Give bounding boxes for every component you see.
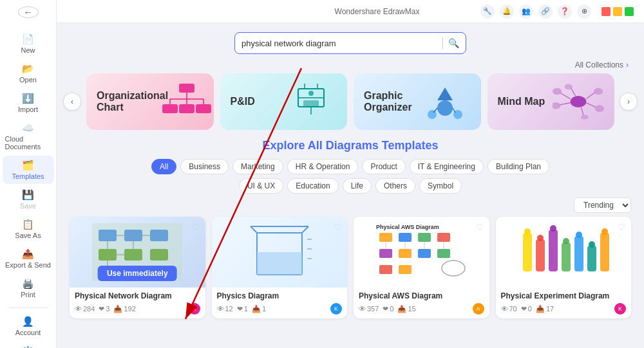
open-icon: 📂 — [22, 63, 34, 75]
sidebar-item-print[interactable]: 🖨️ Print — [3, 274, 54, 302]
physics-preview[interactable]: ♡ — [212, 217, 348, 288]
search-bar[interactable]: 🔍 — [234, 32, 466, 54]
use-immediately-button-network[interactable]: Use immediately — [98, 266, 177, 281]
plus-icon[interactable]: ⊕ — [577, 5, 591, 19]
physics-author-avatar: K — [330, 303, 342, 315]
link-icon[interactable]: 🔗 — [538, 5, 553, 19]
svg-point-35 — [581, 114, 589, 119]
svg-rect-82 — [587, 246, 596, 271]
sidebar-item-new[interactable]: 📄 New — [3, 30, 54, 58]
tag-all[interactable]: All — [151, 159, 176, 174]
favorite-icon-exp[interactable]: ♡ — [618, 222, 626, 232]
physics-likes: ❤ 1 — [237, 305, 248, 313]
network-info: Physical Network Diagram 👁 284 ❤ 3 📥 192… — [70, 288, 205, 318]
sidebar-item-options[interactable]: ⚙️ Options — [3, 342, 54, 348]
tag-education[interactable]: Education — [287, 178, 338, 194]
save-icon: 💾 — [22, 189, 34, 201]
favorite-icon-physics[interactable]: ♡ — [334, 222, 342, 232]
tag-life[interactable]: Life — [343, 178, 372, 194]
tag-building[interactable]: Building Plan — [488, 159, 549, 174]
team-icon[interactable]: 👥 — [519, 5, 533, 19]
tag-others[interactable]: Others — [375, 178, 415, 194]
sidebar: ← 📄 New 📂 Open ⬇️ Import ☁️ Cloud Docume… — [0, 0, 57, 348]
aws-info: Physical AWS Diagram 👁 357 ❤ 0 📥 15 A — [354, 288, 489, 318]
sort-select[interactable]: Trending Newest Popular — [574, 197, 631, 213]
sidebar-item-templates[interactable]: 🗂️ Templates — [3, 156, 54, 184]
search-button[interactable]: 🔍 — [448, 38, 459, 48]
sidebar-item-export[interactable]: 📤 Export & Send — [3, 244, 54, 273]
sidebar-label-open: Open — [19, 76, 37, 84]
physics-name: Physics Diagram — [217, 291, 343, 300]
network-preview[interactable]: Use immediately ♡ — [70, 217, 205, 288]
minimize-button[interactable] — [601, 7, 611, 16]
sidebar-label-new: New — [21, 46, 35, 54]
carousel-prev-button[interactable]: ‹ — [63, 93, 81, 111]
svg-rect-77 — [523, 233, 532, 271]
svg-rect-65 — [437, 233, 450, 242]
aws-name: Physical AWS Diagram — [359, 291, 484, 300]
carousel-next-button[interactable]: › — [620, 93, 638, 111]
aws-preview[interactable]: Physical AWS Diagram — [354, 217, 489, 288]
app-title: Wondershare EdrawMax — [274, 7, 480, 16]
sidebar-item-cloud[interactable]: ☁️ Cloud Documents — [3, 118, 54, 154]
sidebar-label-print: Print — [21, 291, 35, 298]
topbar-icons: 🔧 🔔 👥 🔗 ❓ ⊕ — [480, 5, 634, 19]
bell-icon[interactable]: 🔔 — [500, 5, 514, 19]
carousel-items: OrganizationalChart — [86, 73, 614, 130]
carousel-card-pid[interactable]: P&ID — [220, 73, 348, 130]
favorite-icon-aws[interactable]: ♡ — [476, 222, 484, 232]
tag-business[interactable]: Business — [180, 159, 229, 174]
mindmap-card-title: Mind Map — [498, 96, 545, 107]
import-icon: ⬇️ — [22, 93, 34, 104]
help-icon[interactable]: ❓ — [558, 5, 572, 19]
sidebar-item-open[interactable]: 📂 Open — [3, 59, 54, 87]
carousel-card-graphic[interactable]: GraphicOrganizer — [354, 73, 481, 130]
svg-line-28 — [586, 93, 594, 99]
svg-point-89 — [589, 241, 595, 248]
network-meta: 👁 284 ❤ 3 📥 192 K — [75, 303, 200, 315]
network-downloads: 📥 192 — [113, 305, 135, 313]
saveas-icon: 📋 — [22, 219, 34, 230]
settings-icon[interactable]: 🔧 — [480, 5, 495, 19]
svg-text:Physical AWS Diagram: Physical AWS Diagram — [376, 224, 439, 230]
collections-arrow[interactable]: › — [626, 60, 629, 69]
svg-line-22 — [453, 108, 455, 113]
sidebar-item-saveas[interactable]: 📋 Save As — [3, 215, 54, 243]
exp-preview[interactable]: ♡ — [496, 217, 632, 288]
carousel-card-mindmap[interactable]: Mind Map — [488, 73, 615, 130]
svg-point-70 — [442, 261, 465, 276]
svg-rect-7 — [179, 104, 194, 113]
svg-point-85 — [537, 235, 544, 241]
tag-marketing[interactable]: Marketing — [232, 159, 283, 174]
network-likes: ❤ 3 — [99, 305, 109, 313]
template-card-aws: Physical AWS Diagram — [354, 217, 489, 318]
sidebar-divider — [9, 307, 48, 308]
svg-rect-76 — [399, 265, 412, 274]
search-wrap: 🔍 — [57, 23, 644, 60]
sidebar-item-account[interactable]: 👤 Account — [3, 312, 54, 340]
svg-rect-62 — [379, 233, 392, 242]
search-input[interactable] — [242, 39, 437, 48]
org-card-img — [161, 82, 213, 121]
favorite-icon-network[interactable]: ♡ — [192, 222, 200, 232]
back-button[interactable]: ← — [18, 6, 39, 18]
template-card-exp: ♡ Physical Experiment Diagram 👁 70 ❤ 0 📥… — [496, 217, 632, 318]
aws-views: 👁 357 — [359, 305, 379, 313]
tag-hr[interactable]: HR & Operation — [287, 159, 359, 174]
tag-it[interactable]: IT & Engineering — [410, 159, 484, 174]
pid-card-title: P&ID — [231, 96, 255, 107]
svg-rect-80 — [562, 243, 571, 271]
physics-downloads: 📥 1 — [252, 305, 266, 313]
tag-ui[interactable]: UI & UX — [239, 178, 283, 194]
sidebar-item-save[interactable]: 💾 Save — [3, 185, 54, 214]
close-button[interactable] — [625, 7, 634, 16]
sidebar-item-import[interactable]: ⬇️ Import — [3, 89, 54, 117]
export-icon: 📤 — [22, 248, 34, 260]
tag-product[interactable]: Product — [362, 159, 405, 174]
maximize-button[interactable] — [613, 7, 622, 16]
sidebar-bottom: 👤 Account ⚙️ Options — [0, 304, 56, 348]
main-area: Wondershare EdrawMax 🔧 🔔 👥 🔗 ❓ ⊕ 🔍 — [57, 0, 644, 348]
tag-symbol[interactable]: Symbol — [419, 178, 462, 194]
svg-point-23 — [571, 96, 587, 107]
carousel-card-org[interactable]: OrganizationalChart — [86, 73, 214, 130]
